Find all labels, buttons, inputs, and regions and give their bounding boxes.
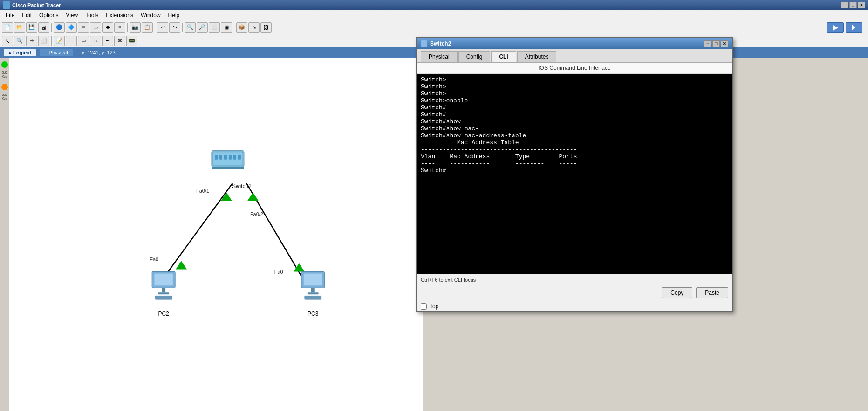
undo-btn[interactable]: ↩ <box>157 22 168 33</box>
realtime-btn[interactable]: ▶ <box>827 22 844 33</box>
zoom-in-btn[interactable]: 🔍 <box>185 22 196 33</box>
pc3-label: PC3 <box>308 310 319 317</box>
tab-logical[interactable]: ● Logical <box>4 49 36 56</box>
sep1 <box>51 23 52 32</box>
draw-move-btn[interactable]: ✛ <box>26 36 37 46</box>
top-checkbox-row: Top <box>417 300 732 312</box>
sep5 <box>234 23 234 32</box>
media-btn[interactable]: 🖼 <box>260 22 272 33</box>
terminal-line-2: Switch> <box>421 83 728 90</box>
tab-config[interactable]: Config <box>458 51 491 62</box>
iface-pc2-fa0-label: Fa0 <box>150 256 158 262</box>
close-btn[interactable]: ✕ <box>858 2 865 8</box>
menu-help[interactable]: Help <box>164 11 184 20</box>
draw-select-btn[interactable]: ⬜ <box>38 36 49 46</box>
draw-search-btn[interactable]: 🔍 <box>14 36 25 46</box>
pointer-btn[interactable]: ↖ <box>2 36 13 46</box>
terminal-line-6: Switch# <box>421 111 728 118</box>
left-sidebar: 0.0K/s 0.0K/s <box>0 58 9 411</box>
draw-mail-btn[interactable]: ✉ <box>114 36 125 46</box>
tab-physical[interactable]: Physical <box>421 51 458 62</box>
menu-options[interactable]: Options <box>35 11 62 20</box>
annotate-btn[interactable]: ✏ <box>78 22 89 33</box>
tab-physical[interactable]: □ Physical <box>40 49 73 56</box>
freeform-btn[interactable]: ✒ <box>114 22 125 33</box>
menu-bar: File Edit Options View Tools Extensions … <box>0 10 868 20</box>
dialog-minimize-btn[interactable]: − <box>704 40 711 47</box>
pc2-label: PC2 <box>158 310 170 317</box>
link-switch2-pc2 <box>158 183 232 286</box>
draw-note-btn[interactable]: 📝 <box>54 36 65 46</box>
terminal-line-10: Mac Address Table <box>421 139 728 146</box>
tab-attributes[interactable]: Attributes <box>517 51 557 62</box>
clipboard-btn[interactable]: 📋 <box>142 22 153 33</box>
terminal-line-13: Vlan Mac Address Type Ports <box>421 153 728 160</box>
minimize-btn[interactable]: _ <box>841 2 848 8</box>
menu-view[interactable]: View <box>62 11 82 20</box>
activity-wizard-btn[interactable]: 🔵 <box>54 22 65 33</box>
dialog-title-bar: Switch2 − □ ✕ <box>417 38 732 49</box>
new-btn[interactable]: 📄 <box>2 22 13 33</box>
dialog-close-btn[interactable]: ✕ <box>721 40 728 47</box>
draw-line-btn[interactable]: ─ <box>66 36 77 46</box>
zoom-reset-btn[interactable]: ⬜ <box>209 22 220 33</box>
camera-btn[interactable]: 📷 <box>130 22 141 33</box>
dialog-maximize-btn[interactable]: □ <box>712 40 720 47</box>
simulation-btn[interactable]: ⏵ <box>846 22 862 33</box>
iface-fa02-label: Fa0/2 <box>250 211 263 217</box>
switch2-device[interactable] <box>212 151 244 169</box>
sep4 <box>182 23 183 32</box>
menu-file[interactable]: File <box>2 11 18 20</box>
ellipse-btn[interactable]: ⬬ <box>102 22 113 33</box>
top-checkbox[interactable] <box>421 303 427 310</box>
shape-btn[interactable]: ▭ <box>90 22 101 33</box>
terminal-output[interactable]: Switch>Switch>Switch>Switch>enableSwitch… <box>417 74 732 278</box>
svg-rect-16 <box>311 288 315 292</box>
svg-rect-8 <box>212 167 244 169</box>
copy-paste-row: Copy Paste <box>417 285 732 300</box>
tab-cli[interactable]: CLI <box>491 51 516 62</box>
menu-extensions[interactable]: Extensions <box>102 11 137 20</box>
save-btn[interactable]: 💾 <box>26 22 37 33</box>
dialog-tab-bar: Physical Config CLI Attributes <box>417 49 732 63</box>
iface-fa01-label: Fa0/1 <box>196 188 209 194</box>
terminal-line-7: Switch#show <box>421 118 728 125</box>
svg-rect-4 <box>224 155 227 160</box>
svg-rect-13 <box>155 296 172 299</box>
pc3-device[interactable] <box>301 271 325 299</box>
tab-physical-label: Physical <box>49 50 68 55</box>
iface-pc3-fa0-label: Fa0 <box>274 269 283 275</box>
maximize-btn[interactable]: □ <box>849 2 857 8</box>
copy-button[interactable]: Copy <box>662 287 692 298</box>
draw-phone-btn[interactable]: 📟 <box>126 36 137 46</box>
main-canvas: Switch2 PC2 PC3 Fa0/1 Fa0/2 Fa <box>9 58 423 411</box>
draw-freeform2-btn[interactable]: ✒ <box>102 36 113 46</box>
paste-button[interactable]: Paste <box>696 287 728 298</box>
svg-rect-10 <box>154 273 173 285</box>
svg-rect-11 <box>162 288 165 292</box>
zoom-out-btn[interactable]: 🔎 <box>197 22 208 33</box>
menu-edit[interactable]: Edit <box>18 11 35 20</box>
open-btn[interactable]: 📂 <box>14 22 25 33</box>
dialog-bottom-bar: Ctrl+F6 to exit CLI focus Copy Paste Top <box>417 274 732 311</box>
add-note-btn[interactable]: 📦 <box>236 22 247 33</box>
main-toolbar: 📄 📂 💾 🖨 🔵 🔷 ✏ ▭ ⬬ ✒ 📷 📋 ↩ ↪ 🔍 🔎 ⬜ ▣ 📦 ⤡ … <box>0 20 868 34</box>
menu-window[interactable]: Window <box>137 11 164 20</box>
coords-display: x: 1241, y: 123 <box>82 50 116 55</box>
svg-rect-15 <box>304 273 322 285</box>
menu-tools[interactable]: Tools <box>82 11 102 20</box>
realtime-value-1: 0.0K/s <box>2 71 7 79</box>
redo-btn[interactable]: ↪ <box>169 22 180 33</box>
print-btn[interactable]: 🖨 <box>38 22 49 33</box>
app-title: Cisco Packet Tracer <box>12 2 61 8</box>
svg-rect-6 <box>233 155 236 160</box>
draw-circle-btn[interactable]: ○ <box>90 36 101 46</box>
zoom-fit-btn[interactable]: ▣ <box>221 22 232 33</box>
realtime-indicator-orange <box>1 84 8 90</box>
resize-btn[interactable]: ⤡ <box>248 22 260 33</box>
port-indicator-pc2-fa0 <box>176 261 187 269</box>
pc2-device[interactable] <box>152 271 175 299</box>
realtime-indicator-green <box>1 61 8 68</box>
inspect-btn[interactable]: 🔷 <box>66 22 77 33</box>
draw-rect-btn[interactable]: ▭ <box>78 36 89 46</box>
